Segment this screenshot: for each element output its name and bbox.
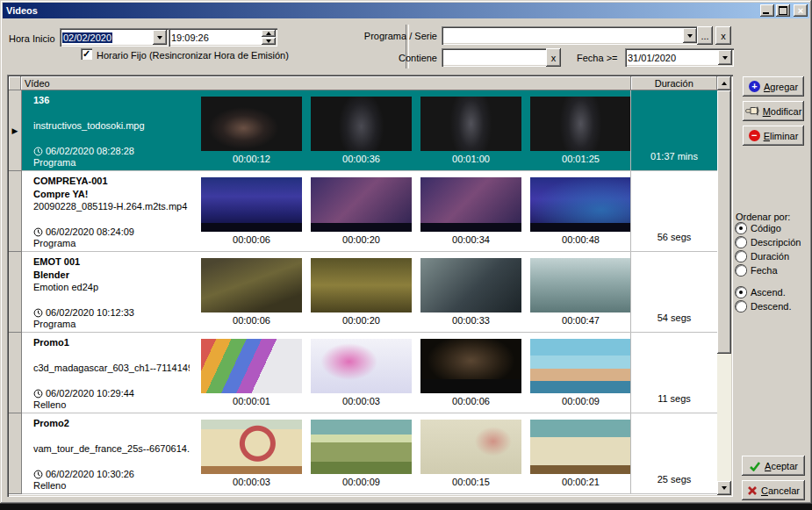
horario-fijo-label: Horario Fijo (Resincronizar Hora de Emis… bbox=[97, 50, 289, 61]
video-duration: 25 segs bbox=[631, 474, 717, 485]
table-row[interactable]: COMPREYA-001 Compre YA! 20090228_085119-… bbox=[9, 171, 717, 252]
start-date-combobox[interactable]: 02/02/2020 bbox=[60, 28, 169, 47]
scrollbar-thumb[interactable] bbox=[717, 90, 731, 354]
contiene-label: Contiene bbox=[363, 53, 437, 63]
start-date-dropdown-button[interactable] bbox=[153, 30, 167, 45]
video-name bbox=[33, 431, 191, 442]
header-stub bbox=[9, 76, 21, 90]
thumbnail-time: 00:00:03 bbox=[233, 477, 270, 487]
radio-icon bbox=[736, 223, 746, 233]
table-row[interactable]: EMOT 001 Blender Emotion ed24p 06/02/202… bbox=[9, 252, 717, 333]
time-spin-up-button[interactable] bbox=[262, 30, 276, 37]
modificar-button[interactable]: Modificar bbox=[743, 101, 804, 121]
video-code: Promo2 bbox=[33, 418, 191, 428]
sort-radio-descend[interactable]: Descend. bbox=[736, 301, 791, 312]
programa-serie-label: Programa / Serie bbox=[363, 31, 437, 41]
row-selector-gutter[interactable] bbox=[9, 171, 22, 252]
fecha-combobox[interactable]: 31/01/2020 bbox=[625, 48, 734, 67]
minimize-button[interactable] bbox=[760, 4, 774, 17]
scroll-up-button[interactable] bbox=[717, 76, 731, 90]
video-type: Programa bbox=[33, 238, 134, 248]
video-datetime: 06/02/2020 08:28:28 bbox=[46, 146, 134, 156]
video-duration: 11 segs bbox=[631, 393, 717, 404]
pointing-hand-icon bbox=[745, 106, 759, 116]
sort-radio-codigo[interactable]: Código bbox=[736, 223, 781, 233]
thumbnail-time: 00:00:47 bbox=[562, 315, 600, 326]
thumbnail-time: 00:00:06 bbox=[233, 234, 270, 245]
programa-serie-clear-button[interactable]: x bbox=[715, 26, 731, 45]
fecha-dropdown-button[interactable] bbox=[718, 50, 732, 65]
table-row[interactable]: Promo2 vam_tour_de_france_25s--6670614.m… bbox=[9, 413, 717, 494]
start-time-spinner[interactable]: 19:09:26 bbox=[169, 28, 277, 47]
video-code: COMPREYA-001 bbox=[33, 176, 191, 186]
table-row[interactable]: Promo1 c3d_madagascar_603_ch1--7114149. … bbox=[9, 333, 717, 413]
maximize-button[interactable] bbox=[776, 4, 790, 17]
video-thumbnail bbox=[311, 177, 412, 232]
video-thumbnail bbox=[530, 420, 631, 474]
row-selector-gutter[interactable]: ▶ bbox=[9, 90, 22, 171]
minimize-icon bbox=[763, 12, 769, 14]
chevron-down-icon bbox=[266, 40, 271, 43]
plus-icon: + bbox=[749, 81, 760, 92]
thumbnail-time: 00:00:12 bbox=[233, 154, 270, 164]
video-thumbnail bbox=[201, 420, 302, 474]
video-datetime: 06/02/2020 10:29:44 bbox=[46, 388, 134, 399]
table-row[interactable]: ▶ 136 instructivos_todosoki.mpg 06/02/20… bbox=[9, 90, 717, 171]
video-thumbnail bbox=[420, 420, 521, 474]
radio-icon bbox=[736, 265, 746, 276]
video-filename: Emotion ed24p bbox=[33, 282, 190, 292]
contiene-clear-button[interactable]: x bbox=[546, 48, 561, 67]
close-button[interactable]: × bbox=[794, 4, 808, 17]
radio-icon bbox=[736, 237, 746, 248]
agregar-button[interactable]: + Agregar bbox=[743, 76, 804, 97]
video-code: 136 bbox=[33, 95, 191, 105]
vertical-scrollbar[interactable] bbox=[717, 76, 731, 495]
radio-icon bbox=[736, 287, 746, 298]
scroll-down-button[interactable] bbox=[717, 481, 731, 495]
video-thumbnail bbox=[530, 258, 631, 312]
minus-icon: − bbox=[749, 130, 760, 141]
thumbnail-time: 00:00:03 bbox=[342, 396, 380, 406]
start-date-value: 02/02/2020 bbox=[62, 32, 112, 43]
video-thumbnail bbox=[420, 97, 521, 151]
video-filename: instructivos_todosoki.mpg bbox=[33, 120, 190, 131]
sort-radio-fecha[interactable]: Fecha bbox=[736, 265, 778, 276]
eliminar-button[interactable]: − Eliminar bbox=[743, 126, 804, 146]
clock-icon bbox=[33, 389, 43, 399]
video-duration: 54 segs bbox=[631, 312, 717, 323]
contiene-input[interactable] bbox=[442, 48, 549, 67]
thumbnail-time: 00:00:36 bbox=[342, 154, 380, 164]
row-selector-gutter[interactable] bbox=[9, 413, 22, 494]
sort-radio-descripcion[interactable]: Descripción bbox=[736, 237, 801, 248]
video-name bbox=[33, 350, 191, 362]
video-name bbox=[33, 108, 191, 119]
ordenar-por-label: Ordenar por: bbox=[736, 212, 790, 222]
programa-serie-combobox[interactable] bbox=[442, 26, 699, 45]
chevron-up-icon bbox=[266, 32, 271, 35]
video-code: Promo1 bbox=[33, 337, 191, 348]
video-filename: 20090228_085119-H.264.m2ts.mp4 bbox=[33, 201, 190, 212]
thumbnail-time: 00:01:00 bbox=[452, 154, 490, 164]
horario-fijo-checkbox[interactable]: ✓ bbox=[81, 48, 92, 60]
thumbnail-time: 00:01:25 bbox=[562, 154, 600, 164]
window-title: Videos bbox=[6, 5, 38, 16]
sort-radio-ascend[interactable]: Ascend. bbox=[736, 287, 786, 298]
column-header-duracion: Duración bbox=[631, 76, 718, 90]
titlebar: Videos × bbox=[3, 3, 809, 18]
hora-inicio-label: Hora Inicio bbox=[9, 33, 55, 44]
video-thumbnail bbox=[201, 258, 302, 312]
sort-radio-duracion[interactable]: Duración bbox=[736, 251, 789, 262]
programa-serie-browse-button[interactable]: ... bbox=[697, 26, 713, 45]
video-code: EMOT 001 bbox=[33, 256, 191, 267]
video-type: Relleno bbox=[33, 399, 134, 410]
thumbnail-time: 00:00:06 bbox=[452, 396, 490, 406]
video-type: Relleno bbox=[33, 480, 134, 491]
aceptar-button[interactable]: Aceptar bbox=[742, 456, 805, 476]
row-selector-gutter[interactable] bbox=[9, 252, 22, 333]
video-duration: 56 segs bbox=[631, 232, 717, 242]
time-spin-down-button[interactable] bbox=[262, 38, 276, 45]
close-icon: × bbox=[798, 6, 803, 16]
programa-serie-dropdown-button[interactable] bbox=[683, 28, 697, 43]
row-selector-gutter[interactable] bbox=[9, 333, 22, 413]
cancelar-button[interactable]: Cancelar bbox=[742, 480, 805, 500]
